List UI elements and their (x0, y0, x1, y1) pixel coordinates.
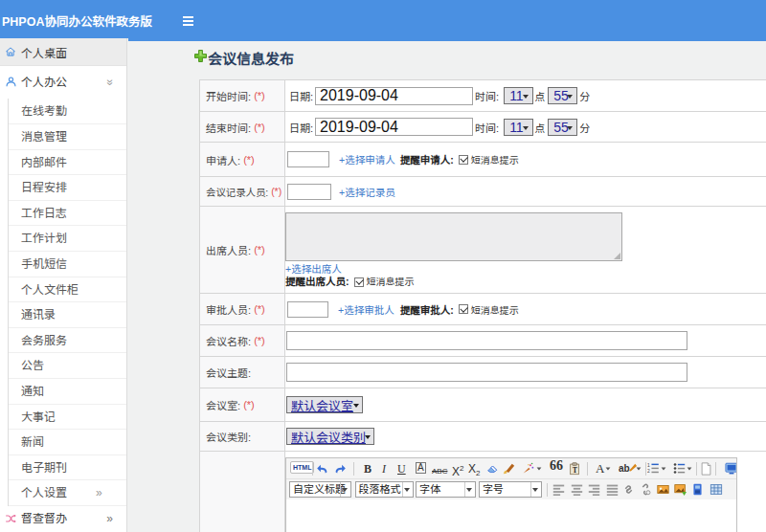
svg-text:1: 1 (647, 463, 650, 468)
svg-text:2: 2 (647, 469, 650, 474)
svg-text:T: T (573, 466, 577, 475)
